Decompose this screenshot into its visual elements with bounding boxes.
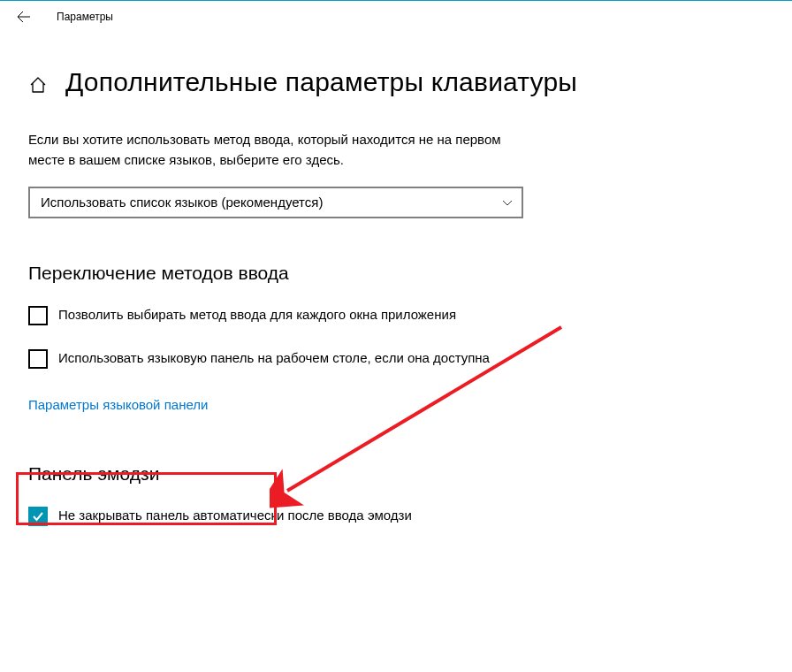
titlebar: Параметры bbox=[0, 0, 792, 32]
checkbox-per-window[interactable] bbox=[28, 306, 48, 325]
checkbox-emoji-label: Не закрывать панель автоматически после … bbox=[58, 506, 412, 526]
page-title: Дополнительные параметры клавиатуры bbox=[65, 67, 577, 97]
input-method-dropdown[interactable]: Использовать список языков (рекомендуетс… bbox=[28, 187, 523, 218]
checkbox-langbar[interactable] bbox=[28, 349, 48, 369]
arrow-left-icon bbox=[17, 10, 31, 24]
home-button[interactable] bbox=[28, 75, 48, 95]
emoji-section-heading: Панель эмодзи bbox=[28, 463, 764, 485]
checkbox-langbar-label: Использовать языковую панель на рабочем … bbox=[58, 348, 490, 369]
switching-section-heading: Переключение методов ввода bbox=[28, 263, 764, 284]
titlebar-title: Параметры bbox=[57, 11, 113, 23]
back-button[interactable] bbox=[16, 9, 32, 25]
checkmark-icon bbox=[31, 509, 45, 523]
checkbox-row-langbar: Использовать языковую панель на рабочем … bbox=[28, 348, 541, 369]
checkbox-per-window-label: Позволить выбирать метод ввода для каждо… bbox=[58, 305, 456, 325]
dropdown-selected-text: Использовать список языков (рекомендуетс… bbox=[41, 195, 323, 210]
chevron-down-icon bbox=[502, 197, 513, 208]
home-icon bbox=[28, 75, 48, 95]
checkbox-row-emoji: Не закрывать панель автоматически после … bbox=[28, 506, 541, 526]
checkbox-row-per-window: Позволить выбирать метод ввода для каждо… bbox=[28, 305, 541, 325]
header-row: Дополнительные параметры клавиатуры bbox=[28, 67, 764, 97]
description-text: Если вы хотите использовать метод ввода,… bbox=[28, 129, 523, 171]
language-bar-options-link[interactable]: Параметры языковой панели bbox=[28, 392, 208, 417]
content-area: Дополнительные параметры клавиатуры Если… bbox=[0, 32, 792, 526]
checkbox-emoji-autoclose[interactable] bbox=[28, 507, 48, 526]
